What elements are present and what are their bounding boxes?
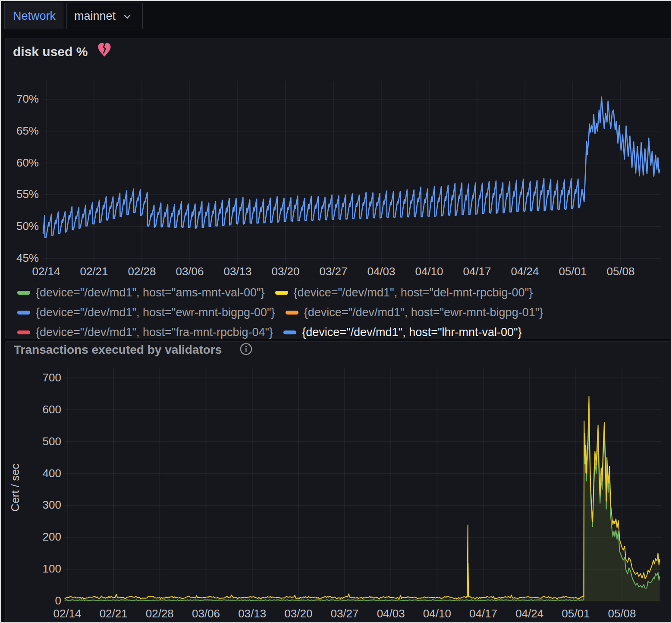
svg-text:04/03: 04/03 [377,607,405,620]
svg-text:200: 200 [43,530,61,543]
svg-text:Cert / sec: Cert / sec [9,463,22,511]
svg-text:400: 400 [43,467,61,480]
svg-text:04/10: 04/10 [415,265,443,278]
svg-text:65%: 65% [16,124,39,137]
svg-text:04/24: 04/24 [515,607,543,620]
svg-text:02/14: 02/14 [53,607,81,620]
svg-text:500: 500 [43,435,61,448]
svg-text:04/10: 04/10 [423,607,451,620]
svg-text:05/08: 05/08 [608,607,636,620]
svg-text:300: 300 [43,498,61,511]
svg-text:02/14: 02/14 [32,265,60,278]
svg-text:04/03: 04/03 [367,265,395,278]
svg-text:60%: 60% [16,156,39,169]
svg-text:70%: 70% [16,92,39,105]
svg-text:03/13: 03/13 [223,265,251,278]
svg-text:04/24: 04/24 [511,265,539,278]
svg-text:03/06: 03/06 [176,265,204,278]
svg-text:50%: 50% [16,220,39,233]
svg-text:03/20: 03/20 [284,607,312,620]
svg-text:03/27: 03/27 [330,607,358,620]
svg-text:03/20: 03/20 [271,265,299,278]
svg-text:55%: 55% [16,188,39,201]
svg-text:02/21: 02/21 [100,607,128,620]
svg-text:03/27: 03/27 [319,265,347,278]
svg-text:45%: 45% [16,252,39,264]
svg-text:0: 0 [55,594,61,607]
svg-text:05/08: 05/08 [606,265,634,278]
svg-text:03/06: 03/06 [192,607,220,620]
svg-text:02/21: 02/21 [80,265,108,278]
svg-text:02/28: 02/28 [146,607,174,620]
svg-text:02/28: 02/28 [128,265,156,278]
svg-text:04/17: 04/17 [463,265,491,278]
svg-text:05/01: 05/01 [562,607,590,620]
svg-text:03/13: 03/13 [238,607,266,620]
svg-text:05/01: 05/01 [559,265,587,278]
svg-text:04/17: 04/17 [469,607,497,620]
svg-text:600: 600 [43,403,61,416]
svg-text:700: 700 [43,371,61,384]
svg-text:100: 100 [43,562,61,575]
